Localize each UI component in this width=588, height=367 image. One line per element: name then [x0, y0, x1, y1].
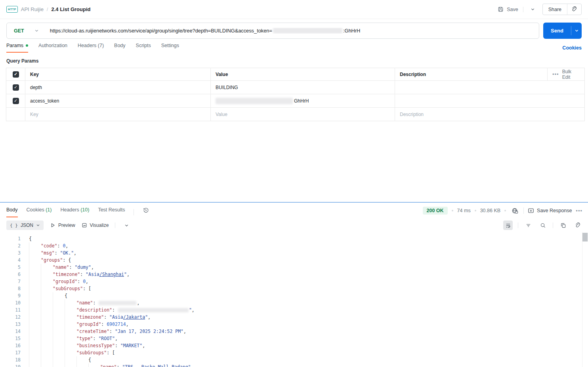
json-token: /Jakarta: [123, 314, 145, 320]
filter-icon[interactable]: [523, 221, 533, 230]
indent-guides: [29, 299, 76, 306]
format-dropdown[interactable]: { } JSON: [6, 221, 44, 230]
response-body-viewer[interactable]: 1{2"code": 0,3"msg": "OK.",4"groups": {5…: [0, 232, 588, 367]
scrollbar[interactable]: [582, 233, 588, 367]
tab-authorization[interactable]: Authorization: [38, 43, 67, 53]
save-response-button[interactable]: Save Response: [528, 207, 572, 214]
json-token: "Jan 17, 2025 2:24:52 PM": [115, 329, 183, 334]
indent-guides: [29, 278, 53, 285]
header-actions: Save Share: [498, 4, 582, 15]
param-description-cell[interactable]: [395, 94, 547, 107]
tab-params[interactable]: Params: [6, 43, 28, 53]
tab-settings[interactable]: Settings: [161, 43, 179, 53]
code-text: "groupId": 0,: [53, 278, 88, 285]
tab-headers-7-[interactable]: Headers (7): [78, 43, 104, 53]
json-token: "createTime": [76, 329, 109, 334]
param-value-cell[interactable]: BUILDING: [210, 81, 395, 94]
param-val-input[interactable]: Value: [210, 108, 395, 121]
row-checkbox[interactable]: ✓: [13, 98, 19, 104]
tab-label: Scripts: [136, 43, 151, 48]
json-token: 6902714: [107, 321, 126, 327]
wrap-text-icon[interactable]: [503, 221, 513, 230]
param-description-cell[interactable]: [395, 81, 547, 94]
send-label: Send: [543, 23, 571, 39]
code-text: "groups": {: [41, 257, 71, 264]
code-line: 5"name": "dumy",: [0, 264, 588, 271]
response-tab-test-results[interactable]: Test Results: [98, 207, 125, 217]
param-value-cell[interactable]: GhHrH: [210, 94, 395, 107]
json-token: "timezone": [76, 314, 104, 320]
divider: [523, 207, 524, 214]
copy-link-icon[interactable]: [567, 4, 581, 15]
history-icon[interactable]: [143, 207, 149, 217]
send-options-chevron[interactable]: [571, 23, 582, 39]
response-size[interactable]: 30.86 KB: [480, 208, 500, 213]
param-row: ✓access_tokenGhHrH: [6, 94, 584, 108]
row-checkbox[interactable]: ✓: [13, 84, 19, 91]
tab-body[interactable]: Body: [114, 43, 126, 53]
cookies-link[interactable]: Cookies: [562, 45, 582, 51]
param-key-cell[interactable]: depth: [25, 81, 210, 94]
url-input[interactable]: https://cloud-as.ruijienetworks.com/serv…: [44, 28, 361, 34]
status-badge[interactable]: 200 OK: [423, 207, 448, 215]
select-all-checkbox[interactable]: ✓: [13, 71, 19, 78]
code-line: 6"timezone": "Asia/Shanghai",: [0, 271, 588, 278]
code-line: 9{: [0, 292, 588, 299]
method-selector[interactable]: GET: [7, 28, 44, 34]
json-token: "type": [76, 336, 93, 341]
line-number: 6: [0, 271, 21, 278]
line-number: 7: [0, 278, 21, 285]
breadcrumb-request-name[interactable]: 2.4 List Groupid: [51, 6, 90, 12]
row-actions-cell: [547, 108, 584, 121]
response-tab-body[interactable]: Body: [6, 207, 18, 217]
send-button[interactable]: Send: [543, 23, 582, 39]
tab-scripts[interactable]: Scripts: [136, 43, 151, 53]
link-icon[interactable]: [573, 221, 582, 230]
json-token: {: [88, 357, 91, 363]
save-options-chevron[interactable]: [528, 5, 538, 14]
breadcrumb-collection[interactable]: API Ruijie: [21, 6, 44, 12]
tab-label: Params: [6, 43, 23, 48]
code-text: "type": "ROOT",: [76, 335, 118, 342]
param-key-input[interactable]: Key: [25, 108, 210, 121]
column-header-key: Key: [25, 68, 210, 80]
response-tabs: BodyCookies (1)Headers (10)Test Results: [6, 207, 149, 217]
save-button[interactable]: Save: [498, 6, 518, 12]
visualize-button[interactable]: Visualize: [82, 222, 109, 228]
code-line: 11"description": ",: [0, 306, 588, 314]
scrollbar-thumb[interactable]: [582, 233, 588, 241]
json-token: :: [57, 243, 63, 249]
response-tab-headers[interactable]: Headers (10): [60, 207, 89, 217]
search-icon[interactable]: [538, 221, 548, 230]
json-token: "name": [76, 300, 93, 306]
copy-icon[interactable]: [558, 221, 568, 230]
row-actions-cell: [547, 81, 584, 94]
preview-button[interactable]: Preview: [50, 222, 75, 228]
param-key-cell[interactable]: access_token: [25, 94, 210, 107]
bulk-edit-button[interactable]: ••• Bulk Edit: [547, 68, 584, 80]
line-number: 14: [0, 328, 21, 335]
indent-guides: [29, 264, 53, 271]
network-info-icon[interactable]: [510, 206, 519, 215]
line-number: 1: [0, 235, 21, 242]
json-token: {: [68, 257, 71, 263]
json-token: "OK.": [60, 250, 74, 256]
share-button[interactable]: Share: [543, 4, 567, 15]
postman-app: HTTP API Ruijie / 2.4 List Groupid Save: [0, 0, 588, 367]
param-desc-input[interactable]: Description: [395, 108, 547, 121]
response-time[interactable]: 74 ms: [457, 208, 471, 213]
divider: [115, 222, 115, 228]
line-number: 2: [0, 242, 21, 249]
divider: [523, 7, 523, 12]
code-text: "subGroups": [: [53, 285, 91, 292]
json-token: "dumy": [74, 264, 91, 270]
response-tab-cookies[interactable]: Cookies (1): [27, 207, 52, 217]
line-number: 13: [0, 321, 21, 328]
indent-guides: [29, 292, 65, 299]
indent-guides: [29, 306, 76, 314]
viewer-more-chevron[interactable]: [122, 221, 131, 230]
viewer-right-controls: [503, 221, 582, 230]
code-line: 2"code": 0,: [0, 242, 588, 249]
dot-separator: [504, 210, 506, 211]
response-more-icon[interactable]: •••: [576, 208, 582, 214]
